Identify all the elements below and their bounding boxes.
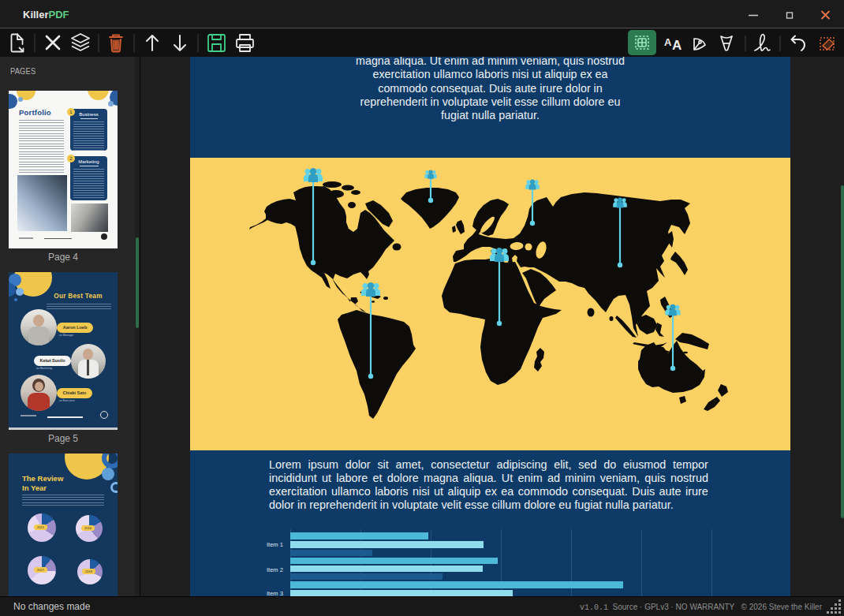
- svg-text:A: A: [672, 38, 682, 53]
- svg-text:A: A: [664, 36, 672, 48]
